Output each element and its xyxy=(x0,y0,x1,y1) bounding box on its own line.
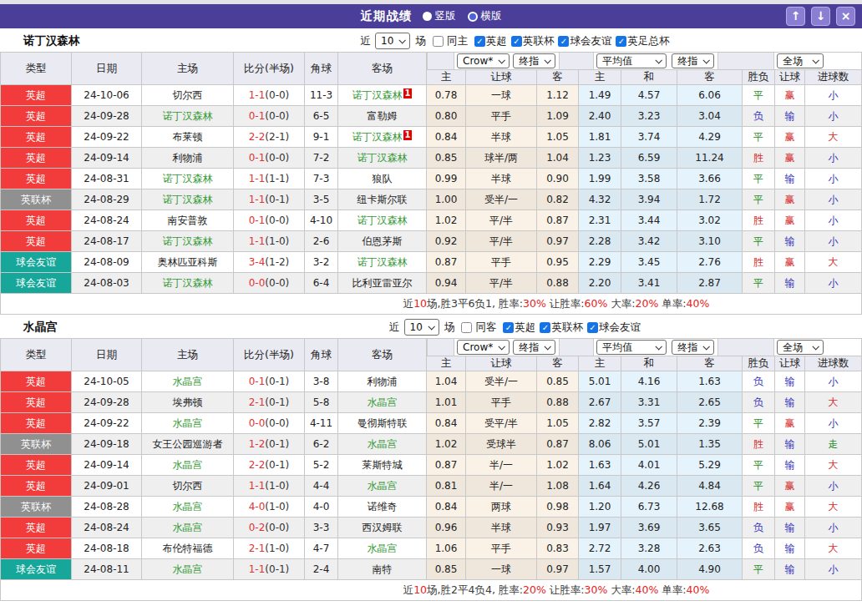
league-checkbox[interactable]: ✓ xyxy=(558,36,569,47)
eu-final-odds-select[interactable]: 终指 xyxy=(672,340,714,355)
match-date: 24-08-29 xyxy=(72,189,142,210)
average-odds-select[interactable]: 平均值 xyxy=(596,340,667,355)
bookmaker-select[interactable]: Crow* xyxy=(457,53,510,68)
league-checkbox[interactable]: ✓ xyxy=(587,322,598,333)
league-checkbox[interactable]: ✓ xyxy=(503,322,514,333)
home-team: 切尔西 xyxy=(142,476,234,497)
home-team: 水晶宫 xyxy=(142,559,234,580)
layout-vertical-label: 竖版 xyxy=(435,9,456,23)
match-row: 英超24-08-31诺丁汉森林1-1(1-1)7-3狼队0.99半球0.901.… xyxy=(1,169,862,189)
chevron-down-icon xyxy=(545,57,551,63)
odds-eu-draw: 6.73 xyxy=(621,497,677,518)
league-checkbox[interactable]: ✓ xyxy=(540,322,550,333)
col-header-home: 主场 xyxy=(142,53,234,85)
close-button[interactable]: × xyxy=(836,7,855,26)
result-wdl: 平 xyxy=(743,169,775,189)
score-cell: 2-1(0-1) xyxy=(234,392,305,413)
same-venue-checkbox[interactable] xyxy=(461,322,472,333)
eu-final-odds-select[interactable]: 终指 xyxy=(672,53,714,68)
layout-horizontal-radio[interactable] xyxy=(468,12,478,22)
match-date: 24-08-11 xyxy=(72,559,142,580)
odds-eu-draw: 3.45 xyxy=(621,252,677,273)
corners: 9-1 xyxy=(305,127,338,148)
result-handicap: 输 xyxy=(775,538,805,559)
away-team: 诺丁汉森林 xyxy=(338,210,427,231)
result-handicap: 输 xyxy=(775,169,805,189)
match-row: 球会友谊24-08-09奥林匹亚科斯3-4(1-2)3-2诺丁汉森林0.87平手… xyxy=(1,252,862,273)
average-odds-select[interactable]: 平均值 xyxy=(596,53,667,68)
odds-eu-draw: 3.44 xyxy=(621,210,677,231)
match-date: 24-08-28 xyxy=(72,497,142,518)
league-type: 球会友谊 xyxy=(1,559,72,580)
odds-ah-away: 1.12 xyxy=(537,85,579,106)
odds-ah-line: 平/半 xyxy=(466,210,537,231)
games-count-select[interactable]: 10 xyxy=(404,319,439,336)
result-handicap: 赢 xyxy=(775,85,805,106)
ah-final-odds-select[interactable]: 终指 xyxy=(513,340,555,355)
result-goals: 大 xyxy=(805,127,862,148)
odds-eu-home: 5.01 xyxy=(579,371,621,392)
col-header-result-wdl: 胜负 xyxy=(743,356,775,371)
away-team: 莱斯特城 xyxy=(338,455,427,476)
games-count-select[interactable]: 10 xyxy=(375,33,410,49)
odds-eu-away: 6.06 xyxy=(677,85,743,106)
games-count-value: 10 xyxy=(410,321,423,333)
away-team: 诺维奇 xyxy=(338,497,427,518)
score-cell: 1-1(0-0) xyxy=(234,85,305,106)
league-type: 英超 xyxy=(1,538,72,559)
fulltime-select[interactable]: 全场 xyxy=(777,53,824,68)
match-row: 英超24-09-14利物浦0-1(0-0)7-2诺丁汉森林0.85球半/两1.0… xyxy=(1,148,862,169)
move-down-button[interactable]: ↓ xyxy=(811,7,830,26)
league-checkbox-label: 英超 xyxy=(486,34,507,48)
bookmaker-select[interactable]: Crow* xyxy=(457,340,510,355)
corners: 7-2 xyxy=(305,148,338,169)
result-goals: 小 xyxy=(805,231,862,252)
header-spacer xyxy=(559,339,594,356)
corners: 4-10 xyxy=(305,210,338,231)
odds-eu-draw: 4.01 xyxy=(621,455,677,476)
league-type: 英超 xyxy=(1,169,72,189)
away-team: 水晶宫 xyxy=(338,538,427,559)
move-up-button[interactable]: ↑ xyxy=(786,7,805,26)
league-checkbox-label: 英联杯 xyxy=(523,34,555,48)
score-cell: 0-2(0-0) xyxy=(234,518,305,538)
league-type: 英超 xyxy=(1,148,72,169)
odds-eu-away: 2.63 xyxy=(677,538,743,559)
odds-ah-away: 0.97 xyxy=(537,559,579,580)
result-goals: 小 xyxy=(805,476,862,497)
league-checkbox[interactable]: ✓ xyxy=(511,36,522,47)
home-team: 女王公园巡游者 xyxy=(142,434,234,455)
result-handicap: 输 xyxy=(775,434,805,455)
away-team: 西汉姆联 xyxy=(338,518,427,538)
same-venue-checkbox[interactable] xyxy=(433,36,444,47)
col-header-result-handicap: 让球 xyxy=(775,70,805,85)
odds-ah-away: 0.90 xyxy=(537,169,579,189)
col-header-home: 主场 xyxy=(142,339,234,371)
fulltime-select[interactable]: 全场 xyxy=(777,340,824,355)
odds-eu-away: 2.87 xyxy=(677,273,743,294)
league-filters: ✓英超✓英联杯✓球会友谊✓英足总杯 xyxy=(470,34,670,48)
col-header-type: 类型 xyxy=(1,53,72,85)
odds-eu-home: 2.40 xyxy=(579,106,621,127)
layout-vertical-radio[interactable] xyxy=(423,12,432,21)
odds-ah-line: 平/半 xyxy=(466,231,537,252)
summary-row: 近10场,胜2平4负4, 胜率:20% 让胜率:30% 大率:40% 单率:40… xyxy=(1,580,862,601)
odds-ah-home: 0.85 xyxy=(427,148,466,169)
corners: 3-3 xyxy=(305,518,338,538)
home-team: 水晶宫 xyxy=(142,413,234,434)
league-type: 球会友谊 xyxy=(1,273,72,294)
match-row: 英联杯24-08-28水晶宫4-0(1-0)4-0诺维奇0.84两球0.981.… xyxy=(1,497,862,518)
result-wdl: 胜 xyxy=(743,252,775,273)
ah-final-odds-select[interactable]: 终指 xyxy=(513,53,555,68)
odds-ah-home: 0.94 xyxy=(427,273,466,294)
odds-eu-draw: 3.57 xyxy=(621,413,677,434)
league-checkbox[interactable]: ✓ xyxy=(616,36,626,47)
league-checkbox[interactable]: ✓ xyxy=(474,36,485,47)
team-name: 诺丁汉森林 xyxy=(23,33,80,48)
odds-ah-line: 球半/两 xyxy=(466,148,537,169)
odds-eu-away: 12.68 xyxy=(677,497,743,518)
odds-eu-away: 3.04 xyxy=(677,106,743,127)
result-goals: 小 xyxy=(805,169,862,189)
odds-eu-draw: 4.16 xyxy=(621,371,677,392)
odds-ah-away: 1.04 xyxy=(537,148,579,169)
